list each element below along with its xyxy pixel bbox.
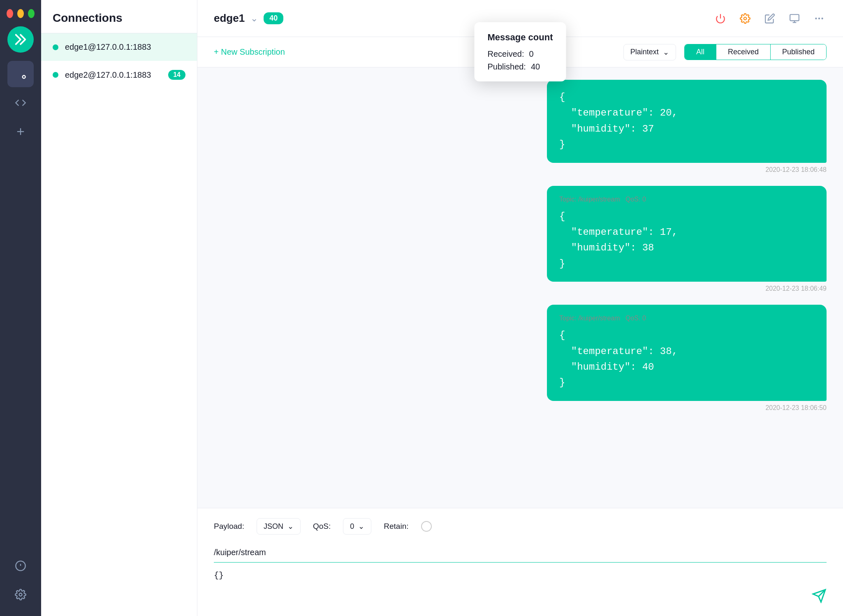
connection-item-edge1[interactable]: edge1@127.0.0.1:1883 <box>41 33 197 61</box>
filter-tab-published[interactable]: Published <box>771 44 826 60</box>
sidebar-item-connections[interactable] <box>7 61 34 87</box>
connection-badge: 14 <box>168 70 185 80</box>
publisher-area: Payload: JSON ⌄ QoS: 0 ⌄ Retain: /kuiper… <box>197 508 843 616</box>
message-content: { "temperature": 38, "humidity": 40 } <box>559 328 814 391</box>
sidebar-nav <box>0 61 41 553</box>
filter-tabs: All Received Published <box>684 44 827 60</box>
connection-list: edge1@127.0.0.1:1883 edge2@127.0.0.1:188… <box>41 33 197 89</box>
message-bubble: Topic: /kuiper/stream QoS: 0 { "temperat… <box>547 186 827 282</box>
qos-value: 0 <box>350 522 354 531</box>
qos-select[interactable]: 0 ⌄ <box>343 518 371 535</box>
new-subscription-label: + New Subscription <box>214 47 285 57</box>
svg-point-12 <box>815 17 817 19</box>
svg-rect-9 <box>790 14 799 21</box>
svg-point-13 <box>818 17 820 19</box>
app-logo <box>7 26 34 53</box>
svg-point-0 <box>23 76 25 79</box>
popup-published-value: 40 <box>531 62 540 72</box>
connection-name: edge1@127.0.0.1:1883 <box>65 42 185 52</box>
popup-published-label: Published: <box>488 62 526 72</box>
cog-icon[interactable] <box>738 11 753 26</box>
monitor-icon[interactable] <box>787 11 802 26</box>
message-bubble: Topic: /kuiper/stream QoS: 0 { "temperat… <box>547 305 827 401</box>
connection-status-dot <box>53 44 58 50</box>
message-meta: Topic: /kuiper/stream QoS: 0 <box>559 315 814 322</box>
traffic-light-yellow[interactable] <box>17 9 24 18</box>
connections-header: Connections <box>41 0 197 33</box>
popup-received-label: Received: <box>488 49 524 59</box>
sidebar-item-scripts[interactable] <box>7 90 34 116</box>
filter-tab-received[interactable]: Received <box>716 44 771 60</box>
message-bubble: { "temperature": 20, "humidity": 37 } <box>547 80 827 163</box>
sidebar-item-info[interactable] <box>7 553 34 579</box>
retain-label: Retain: <box>384 522 408 531</box>
publisher-payload-input[interactable]: {} <box>214 567 827 584</box>
sidebar <box>0 0 41 616</box>
message-timestamp: 2020-12-23 18:06:50 <box>765 404 827 412</box>
connection-name: edge2@127.0.0.1:1883 <box>65 70 168 80</box>
chevron-down-icon[interactable]: ⌄ <box>250 13 258 24</box>
popup-received-row: Received: 0 <box>488 49 553 59</box>
popup-published-row: Published: 40 <box>488 62 553 72</box>
svg-point-6 <box>19 593 22 596</box>
connection-item-edge2[interactable]: edge2@127.0.0.1:1883 14 <box>41 61 197 89</box>
svg-point-14 <box>821 17 823 19</box>
connections-panel: Connections edge1@127.0.0.1:1883 edge2@1… <box>41 0 197 616</box>
message-timestamp: 2020-12-23 18:06:48 <box>765 166 827 174</box>
traffic-lights <box>0 0 41 22</box>
message-group-2: Topic: /kuiper/stream QoS: 0 { "temperat… <box>214 186 827 293</box>
right-content: edge1 ⌄ 40 Message count Received: 0 Pub… <box>197 0 843 616</box>
traffic-light-green[interactable] <box>28 9 35 18</box>
sidebar-bottom <box>7 553 34 616</box>
message-content: { "temperature": 17, "humidity": 38 } <box>559 209 814 272</box>
popup-received-value: 0 <box>529 49 533 59</box>
message-meta: Topic: /kuiper/stream QoS: 0 <box>559 196 814 203</box>
filter-tab-all[interactable]: All <box>685 44 716 60</box>
edit-icon[interactable] <box>762 11 777 26</box>
message-count-popup: Message count Received: 0 Published: 40 <box>475 22 566 81</box>
payload-format-value: JSON <box>264 522 283 531</box>
format-label: Plaintext <box>630 48 659 56</box>
main-content: Connections edge1@127.0.0.1:1883 edge2@1… <box>41 0 843 616</box>
topbar-connection-name: edge1 <box>214 12 245 25</box>
content-row: Connections edge1@127.0.0.1:1883 edge2@1… <box>41 0 843 616</box>
chevron-down-icon: ⌄ <box>287 522 294 531</box>
publisher-send <box>214 584 827 606</box>
connection-status-dot <box>53 72 58 78</box>
message-group-3: Topic: /kuiper/stream QoS: 0 { "temperat… <box>214 305 827 412</box>
top-bar: edge1 ⌄ 40 Message count Received: 0 Pub… <box>197 0 843 37</box>
popup-title: Message count <box>488 32 553 43</box>
payload-value: {} <box>214 571 224 580</box>
message-area: { "temperature": 20, "humidity": 37 } 20… <box>197 67 843 508</box>
payload-label: Payload: <box>214 522 244 531</box>
svg-point-8 <box>744 17 747 20</box>
format-select[interactable]: Plaintext ⌄ <box>623 44 676 60</box>
message-group-1: { "temperature": 20, "humidity": 37 } 20… <box>214 80 827 174</box>
sidebar-item-settings[interactable] <box>7 581 34 608</box>
send-button[interactable] <box>812 588 827 606</box>
publisher-controls: Payload: JSON ⌄ QoS: 0 ⌄ Retain: <box>214 518 827 535</box>
more-icon[interactable] <box>812 11 827 26</box>
retain-toggle[interactable] <box>421 521 432 532</box>
message-timestamp: 2020-12-23 18:06:49 <box>765 285 827 292</box>
chevron-down-icon: ⌄ <box>663 48 669 57</box>
new-subscription-button[interactable]: + New Subscription <box>214 47 285 57</box>
message-count-badge[interactable]: 40 <box>264 12 283 24</box>
traffic-light-red[interactable] <box>7 9 13 18</box>
topic-value: /kuiper/stream <box>214 548 266 557</box>
sidebar-item-add[interactable] <box>7 118 34 145</box>
chevron-down-icon: ⌄ <box>358 522 364 531</box>
topbar-actions <box>713 11 827 26</box>
power-icon[interactable] <box>713 11 728 26</box>
payload-format-select[interactable]: JSON ⌄ <box>257 518 301 535</box>
publisher-topic-input[interactable]: /kuiper/stream <box>214 543 827 563</box>
qos-label: QoS: <box>313 522 331 531</box>
message-content: { "temperature": 20, "humidity": 37 } <box>559 90 814 153</box>
connections-title: Connections <box>53 12 123 24</box>
